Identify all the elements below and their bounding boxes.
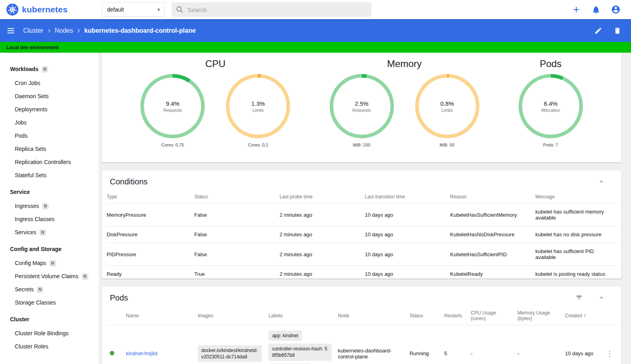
brand[interactable]: kubernetes — [0, 4, 99, 16]
conditions-table: Type Status Last probe time Last transit… — [106, 190, 617, 279]
cell-probe: 2 minutes ago — [276, 243, 362, 266]
namespace-selector[interactable]: default ▼ — [102, 2, 165, 17]
cell-probe: 2 minutes ago — [276, 266, 362, 279]
column-header-cpu-usage[interactable]: CPU Usage (cores) — [468, 307, 514, 325]
table-row: MemoryPressure False 2 minutes ago 10 da… — [106, 204, 617, 226]
sidebar-item-ingresses[interactable]: IngressesN — [0, 200, 99, 213]
cpu-group-title: CPU — [205, 55, 226, 73]
cell-message: kubelet has sufficient PID available — [532, 243, 618, 266]
search-bar[interactable] — [172, 2, 371, 17]
column-header-actions — [603, 307, 617, 325]
collapse-chevron-up-icon[interactable] — [598, 178, 605, 185]
gauge-footer: MiB: 150 — [353, 142, 370, 147]
pods-card: Pods Nam — [102, 287, 621, 364]
pod-restarts: 5 — [441, 325, 468, 364]
sidebar-item-cron-jobs[interactable]: Cron Jobs — [0, 77, 99, 90]
cell-message: kubelet has no disk pressure — [532, 226, 618, 243]
cell-transition: 10 days ago — [362, 243, 447, 266]
gauge-footer: Cores: 0,75 — [161, 142, 184, 147]
pod-created: 10 days ago — [562, 325, 603, 364]
collapse-chevron-up-icon[interactable] — [598, 295, 605, 301]
hamburger-menu-button[interactable] — [6, 26, 15, 35]
cell-message: kubelet is posting ready status — [532, 266, 618, 279]
topbar-actions — [571, 5, 631, 14]
gauge-label: Requests — [163, 108, 182, 113]
sidebar-item-cluster-role-bindings[interactable]: Cluster Role Bindings — [0, 327, 99, 340]
main-content: CPU 9.4% Requests — [99, 53, 631, 364]
pod-row: kindnet-fmj8d docker.io/kindest/kindnetd… — [106, 325, 617, 364]
sidebar-item-replica-sets[interactable]: Replica Sets — [0, 142, 99, 156]
breadcrumb-cluster[interactable]: Cluster — [23, 27, 44, 34]
gauge-memory-limits: 0.8% Limits MiB: 50 — [415, 73, 480, 147]
table-row: Ready True 2 minutes ago 10 days ago Kub… — [106, 266, 617, 279]
breadcrumb: Cluster Nodes kubernetes-dashboard-contr… — [23, 27, 196, 34]
edit-pencil-button[interactable] — [594, 27, 602, 35]
sidebar-item-replication-controllers[interactable]: Replication Controllers — [0, 156, 99, 169]
sidebar-item-deployments[interactable]: Deployments — [0, 103, 99, 116]
sidebar-item-secrets[interactable]: SecretsN — [0, 283, 99, 296]
search-input[interactable] — [188, 6, 367, 13]
delete-trash-button[interactable] — [613, 27, 621, 35]
cell-status: True — [191, 266, 277, 279]
account-circle-button[interactable] — [611, 5, 621, 14]
pods-group-title: Pods — [540, 55, 562, 73]
cell-reason: KubeletHasNoDiskPressure — [447, 226, 532, 243]
row-menu-kebab-icon[interactable]: ⋮ — [606, 350, 613, 357]
gauge-cpu-limits: 1.3% Limits Cores: 0,1 — [225, 73, 291, 147]
sidebar-item-config-maps[interactable]: Config MapsN — [0, 257, 99, 270]
table-row: PIDPressure False 2 minutes ago 10 days … — [106, 243, 617, 266]
column-header-created[interactable]: Created↑ — [562, 307, 603, 325]
column-header-reason: Reason — [447, 190, 532, 204]
cell-transition: 10 days ago — [362, 204, 447, 226]
chevron-right-icon — [46, 28, 52, 34]
pod-memory-usage: - — [514, 325, 562, 364]
memory-gauge-group: Memory 2.5% Requests — [329, 55, 480, 147]
gauge-footer: Pods: 7 — [543, 142, 558, 147]
column-header-last-probe-time: Last probe time — [276, 190, 362, 204]
column-header-status[interactable]: Status — [406, 307, 441, 325]
cell-transition: 10 days ago — [362, 226, 447, 243]
sidebar-item-jobs[interactable]: Jobs — [0, 116, 99, 129]
column-header-name[interactable]: Name — [123, 307, 194, 325]
pods-gauge-group: Pods 6.4% Allocation — [518, 55, 583, 147]
notifications-bell-button[interactable] — [591, 5, 601, 14]
memory-group-title: Memory — [387, 55, 422, 73]
gauge-percent: 9.4% — [166, 100, 179, 107]
sidebar-section-config-and-storage: Config and Storage — [0, 241, 99, 257]
pods-table: Name Images Labels Node Status Restarts … — [106, 307, 617, 364]
sidebar-item-pods[interactable]: Pods — [0, 129, 99, 142]
pods-title: Pods — [110, 293, 128, 302]
filter-icon[interactable] — [575, 294, 583, 302]
conditions-card: Conditions Type Status Last probe time L… — [102, 170, 621, 279]
sidebar-item-persistent-volume-claims[interactable]: Persistent Volume ClaimsN — [0, 270, 99, 283]
column-header-status-dot — [106, 307, 123, 325]
cell-probe: 2 minutes ago — [276, 204, 362, 226]
column-header-images[interactable]: Images — [194, 307, 266, 325]
search-icon — [176, 6, 184, 14]
sidebar-item-cluster-roles[interactable]: Cluster Roles — [0, 340, 99, 353]
pod-node: kubernetes-dashboard-control-plane — [335, 325, 407, 364]
breadcrumb-toolbar: Cluster Nodes kubernetes-dashboard-contr… — [0, 19, 631, 42]
breadcrumb-nodes[interactable]: Nodes — [55, 27, 73, 34]
sidebar-item-ingress-classes[interactable]: Ingress Classes — [0, 213, 99, 226]
column-header-message: Message — [532, 190, 618, 204]
conditions-title: Conditions — [110, 177, 148, 186]
gauge-label: Limits — [252, 108, 264, 113]
sidebar-item-storage-classes[interactable]: Storage Classes — [0, 296, 99, 309]
column-header-node[interactable]: Node — [335, 307, 407, 325]
node-actions — [594, 27, 621, 35]
sidebar-nav: WorkloadsN Cron Jobs Daemon Sets Deploym… — [0, 53, 99, 364]
gauge-percent: 6.4% — [544, 100, 558, 107]
gauge-label: Requests — [352, 108, 371, 113]
sidebar-item-daemon-sets[interactable]: Daemon Sets — [0, 90, 99, 103]
cell-transition: 10 days ago — [362, 266, 447, 279]
cell-status: False — [191, 226, 277, 243]
cell-type: PIDPressure — [106, 243, 191, 266]
create-plus-button[interactable] — [571, 5, 581, 14]
pod-name-link[interactable]: kindnet-fmj8d — [126, 350, 157, 356]
cell-reason: KubeletHasSufficientMemory — [447, 204, 532, 226]
sidebar-item-services[interactable]: ServicesN — [0, 226, 99, 239]
column-header-restarts[interactable]: Restarts — [441, 307, 468, 325]
sidebar-item-stateful-sets[interactable]: Stateful Sets — [0, 169, 99, 182]
column-header-memory-usage[interactable]: Memory Usage (bytes) — [514, 307, 562, 325]
